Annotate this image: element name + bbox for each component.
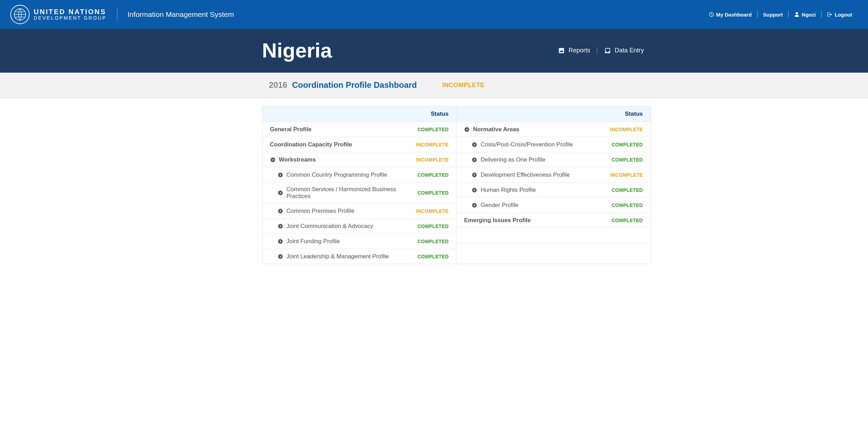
table-row[interactable]: Joint Communication & AdvocacyCOMPLETED [262, 218, 457, 233]
nav-support[interactable]: Support [758, 12, 789, 18]
row-name: Coordination Capacity Profile [270, 141, 416, 148]
logout-icon [827, 12, 833, 17]
table-row[interactable]: Common Country Programming ProfileCOMPLE… [262, 167, 457, 182]
table-row[interactable]: Joint Funding ProfileCOMPLETED [262, 233, 457, 249]
table-row[interactable]: Normative AreasINCOMPLETE [457, 122, 651, 137]
row-name: Human Rights Profile [464, 187, 612, 194]
table-col-left: Status General ProfileCOMPLETEDCoordinat… [262, 106, 457, 264]
chevron-right-icon [278, 254, 283, 259]
table-row[interactable]: Common Services / Harmonized Business Pr… [262, 182, 457, 203]
row-label: Common Services / Harmonized Business Pr… [287, 186, 418, 200]
nav-my-dashboard-label: My Dashboard [716, 12, 752, 18]
nav-user-label: Ngozi [802, 12, 816, 18]
row-label: Development Effectiveness Profile [481, 171, 570, 178]
row-label: Gender Profile [481, 202, 518, 209]
row-status: COMPLETED [417, 172, 449, 178]
nav-reports-label: Reports [568, 47, 590, 54]
chevron-right-icon [472, 172, 477, 178]
separator [117, 8, 117, 21]
table-row[interactable]: Crisis/Post-Crisis/Prevention ProfileCOM… [457, 137, 651, 152]
chevron-right-icon [278, 239, 283, 244]
row-name: Common Premises Profile [270, 208, 416, 215]
table-row[interactable]: Development Effectiveness ProfileINCOMPL… [457, 167, 651, 182]
row-name: Joint Leadership & Management Profile [270, 253, 418, 260]
row-status: INCOMPLETE [416, 157, 449, 163]
table-row[interactable]: Delivering as One ProfileCOMPLETED [457, 152, 651, 167]
row-status: COMPLETED [417, 127, 449, 132]
un-logo-icon [10, 5, 30, 24]
chevron-right-icon [278, 190, 283, 196]
row-name: Common Services / Harmonized Business Pr… [270, 186, 418, 200]
row-label: Joint Leadership & Management Profile [287, 253, 389, 260]
row-status: INCOMPLETE [610, 127, 643, 132]
country-name: Nigeria [262, 39, 332, 62]
row-name: Joint Funding Profile [270, 238, 418, 245]
image-icon [558, 47, 565, 54]
brand-subtitle: Information Management System [128, 10, 234, 19]
row-status: INCOMPLETE [416, 142, 449, 147]
row-label: Common Premises Profile [287, 208, 354, 215]
row-status: INCOMPLETE [610, 172, 643, 178]
table-row[interactable]: Joint Leadership & Management ProfileCOM… [262, 249, 457, 264]
row-status: COMPLETED [612, 218, 643, 223]
row-status: COMPLETED [417, 254, 449, 259]
row-name: Crisis/Post-Crisis/Prevention Profile [464, 141, 612, 148]
table-row[interactable]: WorkstreamsINCOMPLETE [262, 152, 457, 167]
brand: UNITED NATIONS DEVELOPMENT GROUP Informa… [10, 5, 234, 24]
page-title: Coordination Profile Dashboard [292, 80, 417, 90]
chevron-right-icon [472, 157, 477, 163]
page-status: INCOMPLETE [442, 82, 485, 89]
row-status: COMPLETED [612, 187, 643, 193]
status-header: Status [625, 111, 643, 117]
chevron-right-icon [278, 208, 283, 214]
row-label: Joint Communication & Advocacy [287, 223, 373, 230]
chevron-right-icon [472, 142, 477, 147]
table-row[interactable]: Gender ProfileCOMPLETED [457, 197, 651, 212]
table-row[interactable]: Common Premises ProfileINCOMPLETE [262, 203, 457, 218]
nav-user[interactable]: Ngozi [789, 12, 821, 18]
row-name: Gender Profile [464, 202, 612, 209]
chevron-down-icon[interactable] [464, 127, 470, 132]
profile-tables: Status General ProfileCOMPLETEDCoordinat… [262, 106, 651, 264]
nav-reports[interactable]: Reports [551, 47, 597, 54]
brand-line2: DEVELOPMENT GROUP [34, 15, 107, 21]
row-label: Workstreams [279, 156, 316, 163]
nav-logout[interactable]: Logout [822, 12, 858, 18]
row-label: Delivering as One Profile [481, 156, 545, 163]
page-year: 2016 [269, 80, 287, 90]
row-name: General Profile [270, 126, 418, 133]
row-name: Joint Communication & Advocacy [270, 223, 418, 230]
row-status: COMPLETED [417, 190, 449, 196]
chevron-down-icon[interactable] [270, 157, 276, 163]
topbar: UNITED NATIONS DEVELOPMENT GROUP Informa… [0, 0, 868, 29]
row-status: COMPLETED [612, 157, 643, 163]
nav-data-entry[interactable]: Data Entry [597, 47, 651, 54]
clock-icon [709, 12, 714, 17]
nav-logout-label: Logout [835, 12, 852, 18]
table-row[interactable]: Human Rights ProfileCOMPLETED [457, 182, 651, 197]
table-row[interactable]: Emerging Issues ProfileCOMPLETED [457, 212, 651, 228]
row-name: Development Effectiveness Profile [464, 171, 610, 178]
row-label: Joint Funding Profile [287, 238, 340, 245]
nav-my-dashboard[interactable]: My Dashboard [703, 12, 757, 18]
country-nav: Reports Data Entry [551, 47, 651, 54]
top-nav: My Dashboard Support Ngozi Logout [703, 11, 858, 18]
row-name: Normative Areas [464, 126, 610, 133]
row-name: Delivering as One Profile [464, 156, 612, 163]
row-status: COMPLETED [417, 239, 449, 244]
row-label: Emerging Issues Profile [464, 217, 531, 224]
nav-support-label: Support [763, 12, 783, 18]
row-status: COMPLETED [612, 202, 643, 208]
table-row[interactable]: Coordination Capacity ProfileINCOMPLETE [262, 137, 457, 152]
table-row[interactable]: General ProfileCOMPLETED [262, 122, 457, 137]
row-label: Common Country Programming Profile [287, 171, 387, 178]
nav-data-entry-label: Data Entry [614, 47, 644, 54]
brand-line1: UNITED NATIONS [34, 8, 107, 15]
chevron-right-icon [278, 224, 283, 229]
page-header-strip: 2016 Coordination Profile Dashboard INCO… [0, 73, 868, 98]
brand-text: UNITED NATIONS DEVELOPMENT GROUP [34, 8, 107, 21]
row-name: Workstreams [270, 156, 416, 163]
row-label: Human Rights Profile [481, 187, 536, 194]
chevron-right-icon [278, 172, 283, 178]
inbox-icon [604, 47, 611, 54]
